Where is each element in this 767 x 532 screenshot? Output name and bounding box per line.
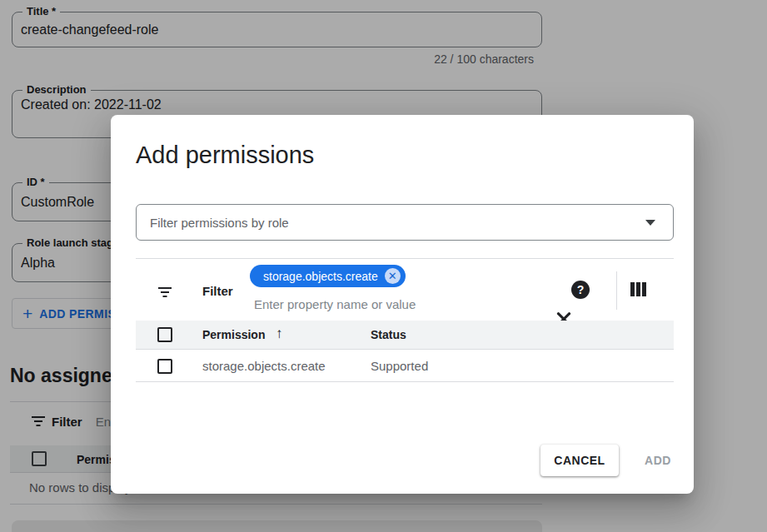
permission-cell: storage.objects.create	[202, 359, 326, 373]
sort-ascending-icon[interactable]: ↑	[276, 326, 283, 342]
help-icon: ?	[571, 281, 590, 299]
toolbar-divider	[616, 271, 617, 310]
columns-icon	[630, 282, 635, 296]
filter-toolbar: Filter storage.objects.create ✕	[136, 259, 674, 321]
status-cell: Supported	[371, 359, 428, 373]
filter-chip-label: storage.objects.create	[263, 270, 378, 283]
row-checkbox[interactable]	[157, 359, 172, 374]
cancel-button[interactable]: CANCEL	[540, 445, 619, 476]
permission-column-header[interactable]: Permission	[202, 328, 265, 341]
filter-chip-storage-objects-create[interactable]: storage.objects.create ✕	[250, 265, 406, 287]
filter-permissions-by-role-select[interactable]: Filter permissions by role	[136, 204, 674, 241]
permissions-table-header: Permission ↑ Status	[136, 321, 674, 350]
chip-remove-icon[interactable]: ✕	[385, 268, 401, 284]
filter-help-button[interactable]: ?	[571, 281, 590, 299]
add-permissions-dialog: Add permissions Filter permissions by ro…	[111, 115, 694, 494]
add-button[interactable]: ADD	[632, 445, 684, 476]
table-row[interactable]: storage.objects.create Supported	[136, 351, 674, 382]
status-column-header[interactable]: Status	[371, 328, 406, 341]
screen: Title * create-changefeed-role 22 / 100 …	[0, 0, 767, 532]
filter-icon	[158, 287, 172, 298]
dialog-title: Add permissions	[136, 142, 314, 169]
select-all-checkbox[interactable]	[157, 327, 172, 342]
role-select-placeholder: Filter permissions by role	[150, 216, 289, 230]
column-display-options-button[interactable]	[630, 282, 646, 296]
filter-input[interactable]	[254, 295, 529, 313]
filter-label: Filter	[202, 284, 233, 298]
arrow-drop-down-icon	[645, 220, 655, 226]
